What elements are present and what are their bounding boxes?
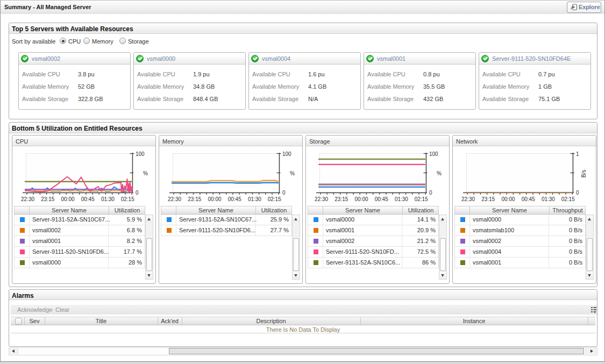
svg-text:22:30: 22:30 (168, 196, 181, 202)
svg-text:00:45: 00:45 (375, 196, 388, 202)
svg-text:B/s: B/s (581, 170, 587, 177)
svg-text:%: % (290, 170, 295, 176)
svg-text:22:30: 22:30 (315, 196, 328, 202)
svg-text:02:15: 02:15 (121, 196, 134, 202)
svg-text:02:15: 02:15 (268, 196, 281, 202)
svg-text:100: 100 (429, 151, 438, 157)
svg-text:22:30: 22:30 (21, 196, 34, 202)
svg-text:00:00: 00:00 (354, 196, 368, 202)
svg-text:0: 0 (576, 190, 579, 196)
svg-text:23:15: 23:15 (481, 196, 495, 202)
svg-text:22:30: 22:30 (461, 196, 475, 202)
svg-text:01:30: 01:30 (101, 196, 115, 202)
svg-text:00:45: 00:45 (81, 196, 95, 202)
svg-text:%: % (437, 170, 442, 176)
svg-text:02:15: 02:15 (415, 196, 428, 202)
svg-text:01:30: 01:30 (395, 196, 408, 202)
svg-text:23:15: 23:15 (334, 196, 348, 202)
svg-text:01:30: 01:30 (248, 196, 261, 202)
svg-text:23:15: 23:15 (188, 196, 201, 202)
svg-text:02:15: 02:15 (561, 196, 575, 202)
svg-text:00:00: 00:00 (501, 196, 515, 202)
svg-text:0: 0 (136, 190, 139, 196)
svg-text:00:45: 00:45 (228, 196, 241, 202)
svg-text:%: % (143, 170, 148, 176)
svg-text:01:30: 01:30 (542, 196, 555, 202)
svg-text:00:00: 00:00 (61, 196, 74, 202)
svg-text:23:15: 23:15 (41, 196, 54, 202)
svg-text:0: 0 (282, 190, 286, 196)
svg-text:00:45: 00:45 (522, 196, 535, 202)
svg-text:1: 1 (576, 151, 579, 157)
svg-text:100: 100 (282, 151, 291, 157)
svg-text:00:00: 00:00 (208, 196, 221, 202)
svg-text:0: 0 (429, 190, 432, 196)
svg-text:100: 100 (136, 151, 145, 157)
